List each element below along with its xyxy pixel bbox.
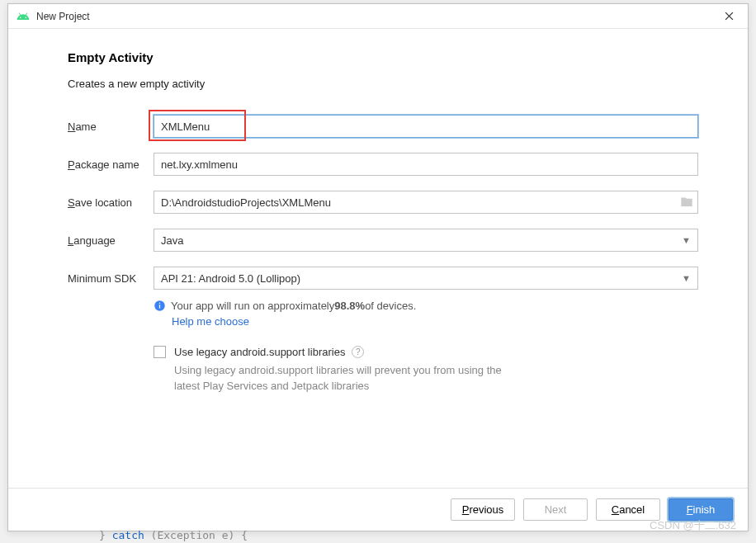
help-me-choose-link[interactable]: Help me choose <box>172 315 249 328</box>
dialog-content: Empty Activity Creates a new empty activ… <box>8 29 748 488</box>
sdk-coverage-text: Your app will run on approximately 98.8%… <box>154 300 698 312</box>
android-icon <box>17 10 30 23</box>
name-row: Name <box>68 115 698 138</box>
language-label: Language <box>68 234 154 247</box>
minsdk-row: Minimum SDK API 21: Android 5.0 (Lollipo… <box>68 267 698 290</box>
save-location-input[interactable] <box>154 191 698 214</box>
info-icon <box>154 300 166 312</box>
legacy-label: Use legacy android.support libraries <box>174 346 345 358</box>
svg-rect-1 <box>159 305 160 308</box>
chevron-down-icon: ▼ <box>682 235 691 245</box>
name-label: Name <box>68 120 154 133</box>
sdk-info-block: Your app will run on approximately 98.8%… <box>154 300 698 328</box>
legacy-description: Using legacy android.support libraries w… <box>174 363 529 394</box>
finish-button[interactable]: Finish <box>669 498 733 521</box>
help-icon[interactable]: ? <box>352 346 364 358</box>
legacy-checkbox[interactable] <box>154 346 166 358</box>
minsdk-select[interactable]: API 21: Android 5.0 (Lollipop) ▼ <box>154 267 698 290</box>
cancel-button[interactable]: Cancel <box>596 498 660 521</box>
page-subtitle: Creates a new empty activity <box>68 78 698 90</box>
save-label: Save location <box>68 196 154 209</box>
browse-folder-icon[interactable] <box>680 196 693 210</box>
save-row: Save location <box>68 191 698 214</box>
language-select[interactable]: Java ▼ <box>154 229 698 252</box>
next-button: Next <box>523 498 588 521</box>
package-input[interactable] <box>154 153 698 176</box>
button-bar: Previous Next Cancel Finish <box>8 488 748 531</box>
page-title: Empty Activity <box>68 50 698 64</box>
language-row: Language Java ▼ <box>68 229 698 252</box>
window-title: New Project <box>36 11 716 22</box>
close-button[interactable] <box>716 7 741 26</box>
package-label: Package name <box>68 158 154 171</box>
package-row: Package name <box>68 153 698 176</box>
previous-button[interactable]: Previous <box>451 498 515 521</box>
titlebar: New Project <box>8 4 748 29</box>
chevron-down-icon: ▼ <box>682 273 691 283</box>
legacy-block: Use legacy android.support libraries ? U… <box>154 346 698 394</box>
new-project-dialog: New Project Empty Activity Creates a new… <box>7 3 749 531</box>
minsdk-label: Minimum SDK <box>68 272 154 285</box>
svg-rect-2 <box>159 303 160 304</box>
name-input[interactable] <box>154 115 698 138</box>
